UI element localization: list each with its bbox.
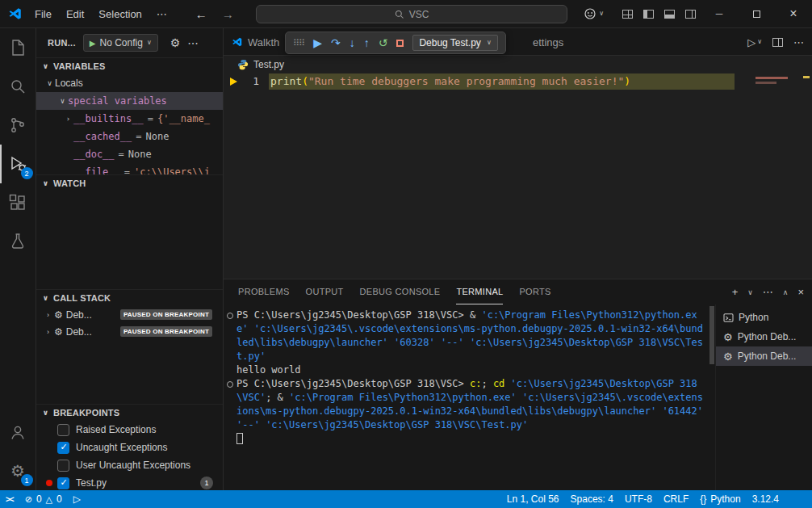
chevron-right-icon: ›: [43, 311, 53, 319]
step-into-button[interactable]: ↓: [349, 37, 355, 48]
command-center-search[interactable]: VSC: [256, 5, 567, 23]
maximize-button[interactable]: [738, 0, 775, 27]
breakpoints-section-header[interactable]: ∨ BREAKPOINTS: [36, 405, 223, 421]
activitybar-explorer[interactable]: [0, 28, 36, 67]
run-python-file-button[interactable]: ▷ ∨: [747, 36, 762, 48]
terminal-instance-python-debug-active[interactable]: ⚙ Python Deb...: [716, 346, 812, 366]
callstack-session[interactable]: › ⚙ Deb... PAUSED ON BREAKPOINT: [36, 306, 223, 323]
eol-sequence[interactable]: CRLF: [658, 490, 694, 508]
terminal-text-segment: PS C:\Users\jg2345\Desktop\GSP 318\VSC>: [236, 309, 470, 321]
debug-config-button[interactable]: ▶ No Config ∨: [83, 34, 158, 52]
minimap[interactable]: [754, 73, 801, 279]
tab-walkthrough[interactable]: Walkth: [232, 28, 279, 56]
copilot-menu[interactable]: ∨: [584, 7, 604, 20]
restart-button[interactable]: ↺: [379, 37, 388, 48]
variable-row-cached[interactable]: __cached__ = None: [36, 128, 223, 145]
encoding[interactable]: UTF-8: [619, 490, 658, 508]
checkbox[interactable]: [57, 424, 69, 436]
debug-status[interactable]: ▷: [68, 490, 86, 508]
close-button[interactable]: ×: [775, 0, 812, 27]
breakpoint-uncaught-exceptions[interactable]: Uncaught Exceptions: [36, 439, 223, 456]
activitybar-accounts[interactable]: [0, 413, 36, 451]
toggle-sidebar-icon[interactable]: [643, 10, 654, 19]
terminal-cursor: [236, 433, 243, 444]
tab-ports[interactable]: PORTS: [519, 279, 550, 304]
split-editor-icon[interactable]: [772, 38, 783, 47]
tab-debug-console[interactable]: DEBUG CONSOLE: [360, 279, 441, 304]
forward-icon[interactable]: →: [222, 7, 234, 21]
continue-button[interactable]: ▶: [313, 37, 322, 48]
tab-output[interactable]: OUTPUT: [306, 279, 344, 304]
variable-row-file[interactable]: __file__ = 'c:\\Users\\j: [36, 163, 223, 174]
remote-indicator[interactable]: ><: [0, 490, 19, 508]
more-actions-icon[interactable]: ⋯: [187, 36, 199, 49]
drag-handle-icon[interactable]: ⠿⠿: [293, 38, 304, 48]
terminal-text-segment: '60328': [394, 337, 435, 348]
activitybar-source-control[interactable]: [0, 106, 36, 145]
activitybar-extensions[interactable]: [0, 183, 36, 222]
cursor-position[interactable]: Ln 1, Col 56: [501, 490, 565, 508]
terminal-label: Python Deb...: [738, 351, 797, 362]
customize-layout-icon[interactable]: [622, 10, 633, 19]
back-icon[interactable]: ←: [195, 7, 207, 21]
watch-section-header[interactable]: ∨ WATCH: [36, 175, 223, 191]
more-actions-icon[interactable]: ⋯: [793, 36, 804, 48]
code-text: print("Run time debuggers make programmi…: [270, 75, 630, 87]
gear-icon[interactable]: ⚙: [170, 36, 181, 49]
toggle-secondary-sidebar-icon[interactable]: [685, 10, 696, 19]
minimize-button[interactable]: ─: [701, 0, 738, 27]
terminal-output[interactable]: PS C:\Users\jg2345\Desktop\GSP 318\VSC> …: [224, 304, 709, 490]
tab-settings[interactable]: ettings: [533, 28, 563, 56]
python-interpreter-version[interactable]: 3.12.4: [747, 490, 785, 508]
menu-file[interactable]: File: [27, 8, 59, 20]
code-area[interactable]: 1 print("Run time debuggers make program…: [224, 73, 812, 279]
close-panel-icon[interactable]: ×: [797, 286, 804, 298]
problems-status[interactable]: ⊘0 △0: [19, 490, 68, 508]
callstack-session[interactable]: › ⚙ Deb... PAUSED ON BREAKPOINT: [36, 323, 223, 340]
language-mode[interactable]: {} Python: [694, 490, 746, 508]
variable-row-builtins[interactable]: › __builtins__ = {'__name_: [36, 110, 223, 128]
scrollbar-thumb[interactable]: [709, 306, 714, 364]
checkbox[interactable]: [57, 460, 69, 472]
breakpoint-raised-exceptions[interactable]: Raised Exceptions: [36, 421, 223, 439]
terminal-command-line: PS C:\Users\jg2345\Desktop\GSP 318\VSC> …: [236, 377, 707, 432]
menu-selection[interactable]: Selection: [91, 8, 149, 20]
variable-row-doc[interactable]: __doc__ = None: [36, 145, 223, 163]
new-terminal-button[interactable]: +: [732, 286, 739, 298]
step-over-button[interactable]: ↷: [331, 37, 341, 48]
checkbox[interactable]: [57, 477, 69, 489]
activitybar-testing[interactable]: [0, 222, 36, 261]
search-text: VSC: [409, 9, 429, 20]
activitybar-run-debug[interactable]: 2: [0, 145, 36, 183]
breadcrumb[interactable]: Test.py: [224, 56, 812, 73]
toggle-panel-icon[interactable]: [664, 10, 675, 19]
variables-scope-locals[interactable]: ∨ Locals: [36, 74, 223, 92]
callstack-section-header[interactable]: ∨ CALL STACK: [36, 290, 223, 306]
activitybar-settings[interactable]: ⚙ 1: [0, 451, 36, 490]
more-actions-icon[interactable]: ⋯: [763, 286, 773, 298]
debug-target-dropdown[interactable]: Debug Test.py ∨: [412, 35, 497, 51]
breakpoint-testpy[interactable]: Test.py 1: [36, 474, 223, 490]
step-out-button[interactable]: ↑: [364, 37, 370, 48]
variables-group-special[interactable]: ∨ special variables: [36, 92, 223, 110]
chevron-down-icon[interactable]: ∨: [747, 288, 753, 296]
checkbox[interactable]: [57, 442, 69, 454]
stop-button[interactable]: [396, 40, 404, 47]
tab-terminal[interactable]: TERMINAL: [456, 279, 503, 304]
menu-edit[interactable]: Edit: [59, 8, 91, 20]
terminal-text-segment: PS C:\Users\jg2345\Desktop\GSP 318\VSC>: [236, 378, 470, 389]
warnings-icon: △: [46, 494, 52, 505]
maximize-panel-icon[interactable]: ∧: [783, 288, 789, 296]
indentation[interactable]: Spaces: 4: [565, 490, 619, 508]
tab-problems[interactable]: PROBLEMS: [238, 279, 290, 304]
variables-section-header[interactable]: ∨ VARIABLES: [36, 58, 223, 74]
menu-more-icon[interactable]: ⋯: [149, 8, 174, 20]
terminal-instance-python[interactable]: Python: [716, 308, 812, 327]
chevron-down-icon: ∨: [757, 39, 762, 45]
breakpoint-user-uncaught-exceptions[interactable]: User Uncaught Exceptions: [36, 456, 223, 474]
activitybar-search[interactable]: [0, 67, 36, 106]
terminal-scrollbar[interactable]: [709, 304, 715, 490]
editor: Walkth ettings ▷ ∨ ⋯ ⠿⠿ ▶ ↷ ↓ ↑ ↺: [224, 28, 812, 279]
files-icon: [8, 38, 27, 57]
terminal-instance-python-debug[interactable]: ⚙ Python Deb...: [716, 327, 812, 346]
